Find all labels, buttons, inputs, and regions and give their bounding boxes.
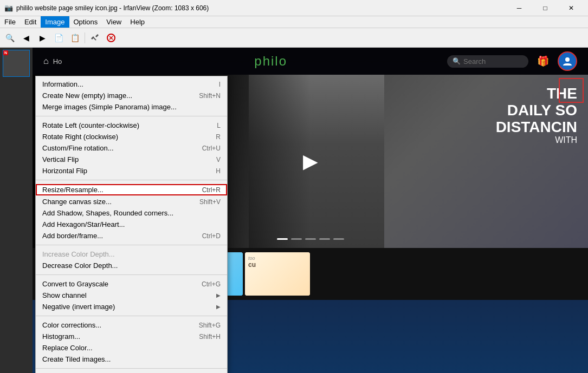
menu-section-2: Rotate Left (counter-clockwise) L Rotate… (36, 117, 227, 179)
hero-play-button[interactable]: ▶ (303, 150, 318, 173)
menu-bar: File Edit Image Options View Help (0, 16, 588, 28)
hero-dot-2[interactable] (291, 238, 302, 240)
maximize-button[interactable]: □ (533, 0, 558, 16)
home-label: Ho (53, 57, 62, 66)
minimize-button[interactable]: ─ (507, 0, 532, 16)
menu-hexagon-star[interactable]: Add Hexagon/Star/Heart... (36, 219, 227, 230)
menu-divider-5 (36, 316, 227, 316)
menu-decrease-color[interactable]: Decrease Color Depth... (36, 260, 227, 271)
main-area: N ⌂ Ho philo 🔍 🎁 (0, 48, 588, 373)
menu-section-3: Resize/Resample... Ctrl+R Change canvas … (36, 181, 227, 244)
menu-divider-4 (36, 274, 227, 275)
close-button[interactable]: ✕ (559, 0, 584, 16)
menu-tiled-images[interactable]: Create Tiled images... (36, 354, 227, 365)
toolbar: 🔍 ◀ ▶ 📄 📋 (0, 28, 588, 48)
menu-view[interactable]: View (102, 16, 126, 28)
menu-grayscale[interactable]: Convert to Grayscale Ctrl+G (36, 278, 227, 290)
menu-divider-3 (36, 245, 227, 245)
copy-button[interactable]: 📋 (67, 30, 82, 45)
color-button[interactable] (104, 30, 119, 45)
gift-icon: 🎁 (537, 55, 549, 67)
menu-edit[interactable]: Edit (20, 16, 41, 28)
menu-divider-2 (36, 180, 227, 180)
hero-dot-1[interactable] (277, 238, 288, 240)
show-title: THE DAILY SO DISTANCIN WITH (496, 86, 577, 145)
prev-button[interactable]: ◀ (18, 30, 34, 45)
menu-section-4: Increase Color Depth... Decrease Color D… (36, 246, 227, 273)
menu-shadow-shapes[interactable]: Add Shadow, Shapes, Rounded corners... (36, 207, 227, 219)
menu-custom-rotation[interactable]: Custom/Fine rotation... Ctrl+U (36, 142, 227, 154)
menu-help[interactable]: Help (126, 16, 149, 28)
window-controls: ─ □ ✕ (507, 0, 584, 16)
menu-histogram[interactable]: Histogram... Shift+H (36, 331, 227, 342)
search-wrap: 🔍 (447, 55, 528, 68)
philo-right-nav: 🔍 🎁 (447, 51, 577, 71)
menu-increase-color: Increase Color Depth... (36, 248, 227, 260)
menu-border-frame[interactable]: Add border/frame... Ctrl+D (36, 230, 227, 241)
user-icon (562, 56, 573, 67)
toolbar-separator (85, 32, 85, 43)
menu-vertical-flip[interactable]: Vertical Flip V (36, 154, 227, 165)
thumb-too-cute[interactable]: too cu (245, 252, 310, 296)
next-button[interactable]: ▶ (35, 30, 50, 45)
daily-show-logo: THE DAILY SO DISTANCIN WITH (496, 86, 577, 145)
arrow-icon-2: ▶ (216, 304, 221, 310)
search-input[interactable] (447, 55, 528, 68)
hero-dot-5[interactable] (333, 238, 344, 240)
app-icon: 📷 (4, 4, 13, 12)
zoom-out-button[interactable]: 🔍 (2, 30, 17, 45)
menu-rotate-left[interactable]: Rotate Left (counter-clockwise) L (36, 120, 227, 131)
philo-logo: philo (94, 54, 447, 69)
menu-negative[interactable]: Negative (invert image) ▶ (36, 301, 227, 312)
menu-file[interactable]: File (0, 16, 20, 28)
menu-options[interactable]: Options (69, 16, 102, 28)
hero-dots (277, 238, 344, 240)
hero-dot-3[interactable] (305, 238, 316, 240)
menu-merge-images[interactable]: Merge images (Simple Panorama) image... (36, 101, 227, 113)
thumb-badge-1: N (3, 50, 8, 55)
philo-nav: ⌂ Ho (43, 56, 62, 66)
cute-label: cu (248, 261, 256, 269)
philo-header: ⌂ Ho philo 🔍 🎁 (33, 48, 588, 75)
home-icon: ⌂ (43, 56, 49, 66)
thumbnail-1[interactable]: N (3, 50, 30, 77)
open-button[interactable]: 📄 (51, 30, 66, 45)
tools-button[interactable] (87, 30, 102, 45)
palette-icon (106, 33, 116, 43)
hero-dot-4[interactable] (319, 238, 330, 240)
left-panel: N (0, 48, 33, 373)
image-menu-dropdown: Information... I Create New (empty) imag… (35, 76, 228, 373)
window-title: phililo website page smiley icon.jpg - I… (16, 4, 507, 12)
arrow-icon-1: ▶ (216, 292, 221, 298)
menu-image[interactable]: Image (41, 16, 69, 28)
menu-horizontal-flip[interactable]: Horizontal Flip H (36, 165, 227, 176)
svg-rect-0 (93, 37, 96, 41)
menu-resize[interactable]: Resize/Resample... Ctrl+R (36, 184, 227, 195)
menu-section-6: Color corrections... Shift+G Histogram..… (36, 317, 227, 367)
title-bar: 📷 phililo website page smiley icon.jpg -… (0, 0, 588, 16)
menu-show-channel[interactable]: Show channel ▶ (36, 290, 227, 301)
too-label: too (248, 256, 255, 261)
menu-divider-6 (36, 368, 227, 369)
menu-rotate-right[interactable]: Rotate Right (clockwise) R (36, 131, 227, 142)
menu-divider-1 (36, 116, 227, 116)
menu-section-5: Convert to Grayscale Ctrl+G Show channel… (36, 276, 227, 315)
menu-replace-color[interactable]: Replace Color... (36, 342, 227, 354)
menu-canvas-size[interactable]: Change canvas size... Shift+V (36, 196, 227, 207)
svg-point-2 (565, 57, 570, 62)
menu-create-new[interactable]: Create New (empty) image... Shift+N (36, 90, 227, 101)
menu-color-corrections[interactable]: Color corrections... Shift+G (36, 319, 227, 331)
menu-information[interactable]: Information... I (36, 78, 227, 90)
wrench-icon (90, 33, 100, 43)
user-avatar[interactable] (558, 51, 577, 71)
menu-section-1: Information... I Create New (empty) imag… (36, 76, 227, 115)
menu-section-7: Auto-adjust colors Shift+U Sharpen Shift… (36, 370, 227, 373)
